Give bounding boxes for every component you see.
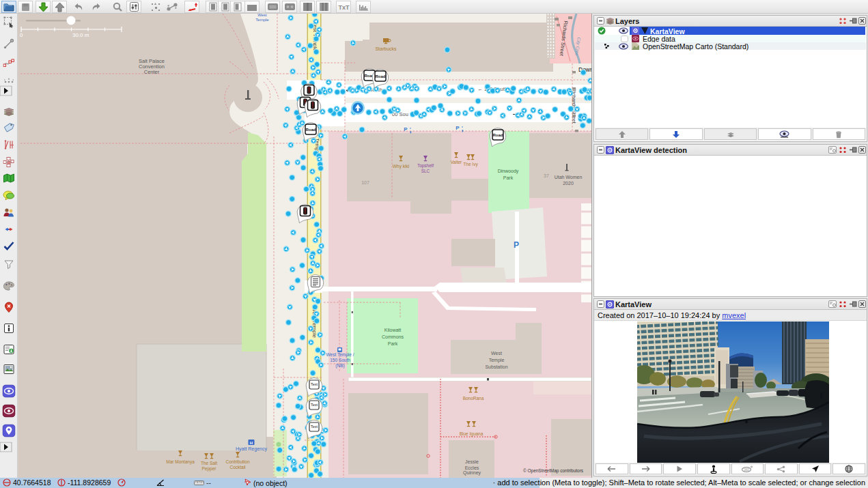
- svg-text:TxT: TxT: [338, 4, 350, 11]
- svg-text:360: 360: [744, 468, 750, 472]
